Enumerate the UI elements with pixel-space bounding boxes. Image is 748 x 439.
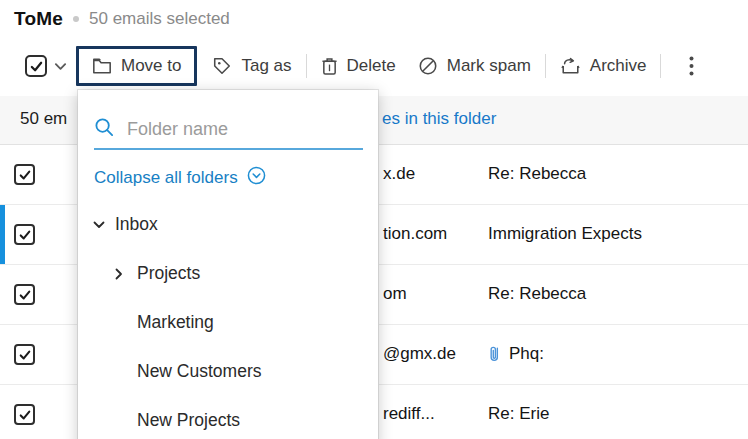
folder-search[interactable]	[94, 110, 363, 150]
folder-item-new-customers[interactable]: New Customers	[78, 347, 378, 396]
mark-spam-button[interactable]: Mark spam	[418, 56, 531, 76]
mail-app: ToMe 50 emails selected Move to Tag as	[0, 0, 748, 439]
select-all-control[interactable]	[25, 55, 67, 77]
chevron-down-icon[interactable]	[93, 221, 115, 229]
tag-as-label: Tag as	[241, 56, 291, 76]
row-checkbox[interactable]	[14, 404, 35, 425]
chevron-right-icon[interactable]	[115, 268, 137, 280]
separator-dot	[73, 16, 79, 22]
block-icon	[418, 56, 438, 76]
move-to-dropdown: Collapse all folders Inbox Projects Mark…	[78, 90, 378, 439]
check-icon	[30, 60, 43, 73]
select-all-in-folder-link[interactable]: es in this folder	[382, 109, 496, 129]
folder-search-input[interactable]	[127, 119, 363, 140]
chevron-down-icon[interactable]	[54, 62, 67, 71]
email-subject: Phq:	[488, 344, 544, 364]
tag-icon	[212, 56, 232, 76]
header: ToMe 50 emails selected	[14, 8, 230, 30]
trash-icon	[321, 56, 338, 76]
sender-fragment: rediff...	[383, 404, 435, 424]
folder-item-projects[interactable]: Projects	[78, 249, 378, 298]
more-options-button[interactable]	[689, 56, 694, 76]
row-checkbox[interactable]	[14, 344, 35, 365]
sender-fragment: @gmx.de	[383, 344, 456, 364]
folder-title: ToMe	[14, 8, 63, 30]
folder-item-new-projects[interactable]: New Projects	[78, 396, 378, 439]
archive-label: Archive	[590, 56, 647, 76]
search-icon	[94, 117, 115, 142]
delete-button[interactable]: Delete	[321, 56, 396, 76]
chevron-down-circle-icon	[247, 166, 266, 190]
move-to-button[interactable]: Move to	[76, 46, 197, 86]
tag-as-button[interactable]: Tag as	[212, 56, 291, 76]
email-subject: Re: Rebecca	[488, 164, 586, 184]
sender-fragment: tion.com	[383, 224, 447, 244]
email-subject: Immigration Expects	[488, 224, 642, 244]
row-checkbox[interactable]	[14, 164, 35, 185]
toolbar: Move to Tag as Delete Mark spam	[0, 43, 748, 89]
attachment-icon	[488, 344, 501, 364]
folder-tree: Inbox Projects Marketing New Customers N…	[78, 200, 378, 439]
email-subject: Re: Rebecca	[488, 284, 586, 304]
sender-fragment: x.de	[383, 164, 415, 184]
select-all-checkbox[interactable]	[25, 55, 47, 77]
move-to-label: Move to	[121, 56, 181, 76]
selection-status: 50 emails selected	[89, 9, 230, 29]
sender-fragment: om	[383, 284, 407, 304]
folder-item-marketing[interactable]: Marketing	[78, 298, 378, 347]
row-checkbox[interactable]	[14, 224, 35, 245]
toolbar-separator	[545, 54, 546, 78]
banner-text: 50 em	[20, 109, 67, 129]
mark-spam-label: Mark spam	[447, 56, 531, 76]
folder-icon	[92, 57, 112, 75]
toolbar-separator	[660, 54, 661, 78]
delete-label: Delete	[347, 56, 396, 76]
email-subject: Re: Erie	[488, 404, 549, 424]
row-checkbox[interactable]	[14, 284, 35, 305]
toolbar-separator	[306, 54, 307, 78]
folder-item-inbox[interactable]: Inbox	[78, 200, 378, 249]
archive-icon	[560, 56, 581, 76]
archive-button[interactable]: Archive	[560, 56, 647, 76]
collapse-all-folders-link[interactable]: Collapse all folders	[94, 166, 266, 190]
